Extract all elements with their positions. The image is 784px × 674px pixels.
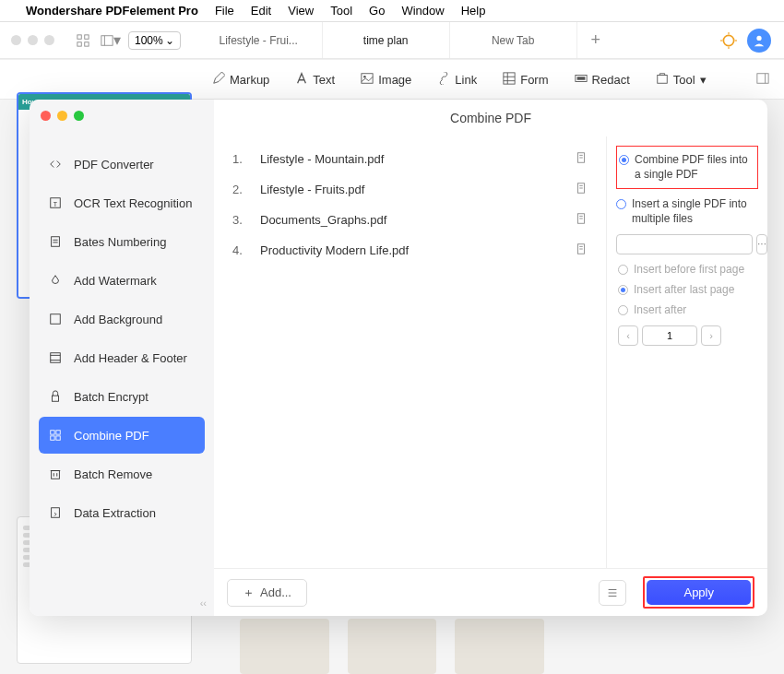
- zoom-select[interactable]: 100%⌄: [128, 31, 181, 50]
- collapse-sidebar-icon[interactable]: ‹‹: [200, 597, 207, 609]
- svg-point-13: [363, 75, 366, 77]
- dialog-close[interactable]: [41, 111, 51, 121]
- file-list: 1. Lifestyle - Mountain.pdf 2. Lifestyle…: [214, 136, 606, 568]
- dialog-window-controls: [30, 100, 95, 132]
- file-row[interactable]: 3. Documents_Graphs.pdf: [232, 205, 588, 235]
- add-tab-button[interactable]: +: [577, 22, 614, 58]
- svg-rect-21: [757, 73, 768, 83]
- toolbar-image[interactable]: Image: [361, 72, 411, 88]
- insert-file-input[interactable]: [616, 234, 753, 254]
- nav-pdf-converter[interactable]: PDF Converter: [39, 146, 205, 183]
- file-row[interactable]: 1. Lifestyle - Mountain.pdf: [232, 144, 588, 174]
- option-combine[interactable]: Combine PDF files into a single PDF: [619, 150, 755, 184]
- option-before-first: Insert before first page: [618, 260, 758, 280]
- svg-rect-14: [504, 72, 515, 83]
- app-name: Wondershare PDFelement Pro: [26, 4, 198, 18]
- svg-rect-25: [52, 237, 60, 247]
- document-tabs: Lifestyle - Frui... time plan New Tab +: [196, 22, 710, 58]
- menu-window[interactable]: Window: [401, 4, 444, 18]
- option-insert[interactable]: Insert a single PDF into multiple files: [616, 195, 758, 229]
- tips-icon[interactable]: [710, 32, 747, 49]
- svg-rect-33: [51, 431, 54, 434]
- svg-rect-34: [56, 431, 60, 434]
- menu-edit[interactable]: Edit: [251, 4, 271, 18]
- close-window[interactable]: [11, 35, 21, 45]
- nav-batch-encrypt[interactable]: Batch Encrypt: [39, 378, 205, 415]
- background-content: [0, 619, 784, 674]
- nav-ocr[interactable]: TOCR Text Recognition: [39, 184, 205, 221]
- nav-background[interactable]: Add Background: [39, 301, 205, 337]
- file-row[interactable]: 4. Productivity Modern Life.pdf: [232, 235, 588, 266]
- svg-rect-36: [56, 436, 60, 440]
- svg-rect-28: [51, 314, 61, 325]
- page-number-input[interactable]: [642, 325, 697, 346]
- nav-bates[interactable]: Bates Numbering: [39, 223, 205, 260]
- dialog-sidebar: PDF Converter TOCR Text Recognition Bate…: [30, 100, 214, 616]
- nav-combine-pdf[interactable]: Combine PDF: [39, 417, 205, 454]
- menu-file[interactable]: File: [215, 4, 234, 18]
- option-after-last: Insert after last page: [618, 280, 758, 301]
- svg-rect-2: [77, 41, 81, 45]
- svg-text:T: T: [53, 201, 58, 207]
- panel-toggle-icon[interactable]: [756, 72, 769, 88]
- svg-rect-35: [51, 436, 54, 440]
- pages-icon[interactable]: [575, 182, 588, 197]
- radio-icon: [618, 265, 628, 275]
- toolbar-link[interactable]: Link: [437, 72, 477, 88]
- toolbar-redact[interactable]: Redact: [575, 72, 630, 88]
- options-panel: Combine PDF files into a single PDF Inse…: [606, 136, 767, 568]
- grid-view-icon[interactable]: [73, 30, 93, 51]
- toolbar-form[interactable]: Form: [503, 72, 548, 88]
- pages-icon[interactable]: [575, 242, 588, 258]
- svg-rect-3: [85, 41, 89, 45]
- tab-lifestyle[interactable]: Lifestyle - Frui...: [196, 22, 323, 58]
- dialog-minimize[interactable]: [57, 111, 67, 121]
- svg-rect-37: [52, 471, 60, 479]
- window-controls: [0, 35, 65, 45]
- menu-tool[interactable]: Tool: [330, 4, 352, 18]
- sidebar-toggle-icon[interactable]: ▾: [101, 30, 121, 51]
- svg-rect-4: [101, 35, 113, 45]
- toolbar-markup[interactable]: Markup: [212, 72, 269, 88]
- user-avatar[interactable]: [747, 29, 771, 53]
- pages-icon[interactable]: [575, 212, 588, 228]
- nav-batch-remove[interactable]: Batch Remove: [39, 455, 205, 492]
- pages-icon[interactable]: [575, 151, 588, 167]
- tab-timeplan[interactable]: time plan: [323, 22, 450, 58]
- svg-rect-29: [51, 353, 61, 363]
- nav-header-footer[interactable]: Add Header & Footer: [39, 339, 205, 376]
- svg-point-6: [723, 35, 733, 45]
- nav-watermark[interactable]: Add Watermark: [39, 262, 205, 299]
- svg-rect-41: [52, 508, 60, 518]
- menu-help[interactable]: Help: [461, 4, 486, 18]
- maximize-window[interactable]: [44, 35, 54, 45]
- minimize-window[interactable]: [28, 35, 38, 45]
- add-files-button[interactable]: ＋Add...: [227, 579, 307, 607]
- tab-newtab[interactable]: New Tab: [450, 22, 577, 58]
- combine-pdf-dialog: PDF Converter TOCR Text Recognition Bate…: [30, 100, 767, 616]
- menu-view[interactable]: View: [288, 4, 314, 18]
- svg-rect-1: [85, 34, 89, 38]
- radio-icon: [618, 285, 628, 295]
- svg-point-11: [756, 35, 761, 40]
- menu-go[interactable]: Go: [369, 4, 385, 18]
- svg-rect-19: [576, 77, 585, 80]
- option-after-page: Insert after: [618, 301, 758, 321]
- nav-data-extraction[interactable]: Data Extraction: [39, 494, 205, 531]
- dialog-maximize[interactable]: [74, 111, 84, 121]
- page-next-button[interactable]: ›: [701, 325, 721, 346]
- file-row[interactable]: 2. Lifestyle - Fruits.pdf: [232, 174, 588, 205]
- radio-icon: [619, 155, 629, 165]
- radio-icon: [618, 305, 628, 315]
- toolbar-text[interactable]: Text: [295, 72, 335, 88]
- svg-rect-20: [658, 75, 668, 83]
- page-prev-button[interactable]: ‹: [618, 325, 638, 346]
- list-options-button[interactable]: [599, 580, 626, 606]
- toolbar-tool[interactable]: Tool▾: [656, 72, 707, 88]
- browse-button[interactable]: ···: [756, 234, 767, 254]
- svg-rect-0: [77, 34, 81, 38]
- menubar: Wondershare PDFelement Pro File Edit Vie…: [0, 0, 784, 22]
- window-toolbar: ▾ 100%⌄ Lifestyle - Frui... time plan Ne…: [0, 22, 784, 59]
- dialog-footer: ＋Add... Apply: [214, 568, 767, 616]
- apply-button[interactable]: Apply: [647, 580, 751, 605]
